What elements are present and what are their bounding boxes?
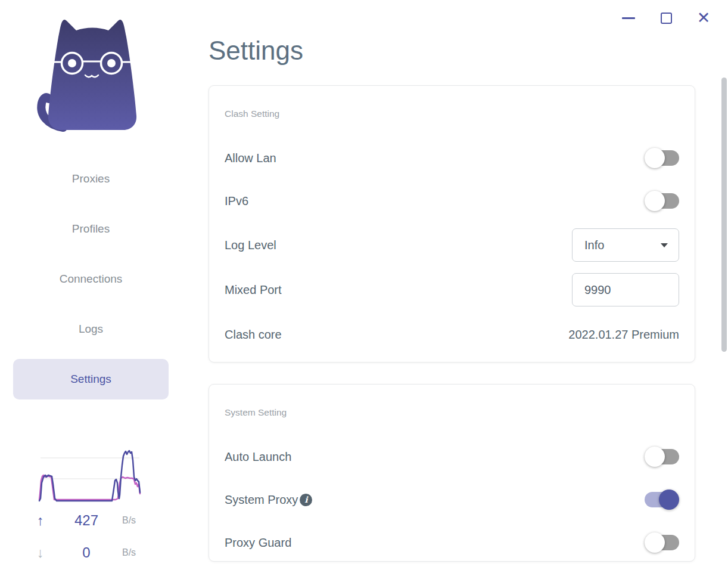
setting-row-log-level: Log Level Info	[225, 228, 679, 262]
upload-arrow-icon: ↑	[37, 513, 56, 529]
info-icon[interactable]: i	[300, 494, 312, 506]
sidebar-nav: Proxies Profiles Connections Logs Settin…	[13, 159, 169, 409]
allow-lan-label: Allow Lan	[225, 151, 276, 165]
clash-core-label: Clash core	[225, 328, 282, 342]
scrollbar-thumb[interactable]	[721, 78, 727, 352]
system-setting-card: System Setting Auto Launch System Proxy …	[209, 384, 695, 562]
upload-speed-row: ↑ 427 B/s	[37, 512, 143, 529]
close-button[interactable]: ✕	[696, 8, 711, 27]
system-setting-section-title: System Setting	[225, 407, 287, 418]
setting-row-proxy-guard: Proxy Guard	[225, 526, 679, 559]
toggle-knob	[645, 447, 665, 467]
auto-launch-toggle[interactable]	[645, 445, 679, 468]
sidebar-item-proxies[interactable]: Proxies	[13, 159, 169, 199]
close-icon: ✕	[697, 10, 711, 26]
log-level-label: Log Level	[225, 238, 276, 252]
download-speed-row: ↓ 0 B/s	[37, 544, 143, 562]
ipv6-toggle[interactable]	[645, 190, 679, 212]
setting-row-clash-core: Clash core 2022.01.27 Premium	[225, 318, 679, 351]
sidebar-item-connections[interactable]: Connections	[13, 259, 169, 299]
toggle-knob	[645, 148, 665, 168]
clash-setting-card: Clash Setting Allow Lan IPv6 Log Level I…	[209, 85, 695, 363]
mixed-port-label: Mixed Port	[225, 283, 282, 297]
traffic-graph	[38, 448, 142, 503]
ipv6-label: IPv6	[225, 194, 248, 208]
mixed-port-input[interactable]	[572, 273, 679, 306]
setting-row-allow-lan: Allow Lan	[225, 141, 679, 175]
minimize-button[interactable]	[621, 8, 636, 27]
upload-speed-unit: B/s	[117, 515, 143, 526]
system-proxy-label: System Proxy i	[225, 493, 312, 507]
allow-lan-toggle[interactable]	[645, 147, 679, 169]
sidebar-item-profiles[interactable]: Profiles	[13, 209, 169, 249]
proxy-guard-toggle[interactable]	[645, 531, 679, 554]
setting-row-system-proxy: System Proxy i	[225, 483, 679, 516]
window-controls: ✕	[621, 8, 711, 27]
sidebar-item-logs[interactable]: Logs	[13, 309, 169, 349]
minimize-icon	[622, 17, 635, 19]
setting-row-mixed-port: Mixed Port	[225, 273, 679, 306]
page-title: Settings	[209, 36, 303, 66]
download-speed-unit: B/s	[117, 547, 143, 558]
system-proxy-label-text: System Proxy	[225, 493, 298, 507]
proxy-guard-label: Proxy Guard	[225, 536, 291, 550]
system-proxy-toggle[interactable]	[645, 488, 679, 511]
maximize-button[interactable]	[658, 8, 674, 27]
clash-core-version: 2022.01.27 Premium	[568, 328, 679, 342]
setting-row-auto-launch: Auto Launch	[225, 440, 679, 473]
clash-setting-section-title: Clash Setting	[225, 109, 279, 119]
toggle-knob	[645, 532, 665, 553]
toggle-knob	[659, 490, 679, 510]
download-arrow-icon: ↓	[37, 545, 56, 561]
toggle-knob	[645, 191, 665, 211]
clash-cat-logo	[23, 16, 144, 135]
setting-row-ipv6: IPv6	[225, 184, 679, 218]
auto-launch-label: Auto Launch	[225, 450, 291, 464]
sidebar-item-settings[interactable]: Settings	[13, 359, 169, 399]
maximize-icon	[661, 13, 672, 24]
download-speed-value: 0	[56, 544, 117, 561]
log-level-selected-value: Info	[584, 238, 661, 252]
chevron-down-icon	[661, 243, 668, 247]
upload-speed-value: 427	[56, 512, 117, 529]
sidebar: Proxies Profiles Connections Logs Settin…	[0, 0, 191, 570]
log-level-select[interactable]: Info	[572, 228, 679, 262]
